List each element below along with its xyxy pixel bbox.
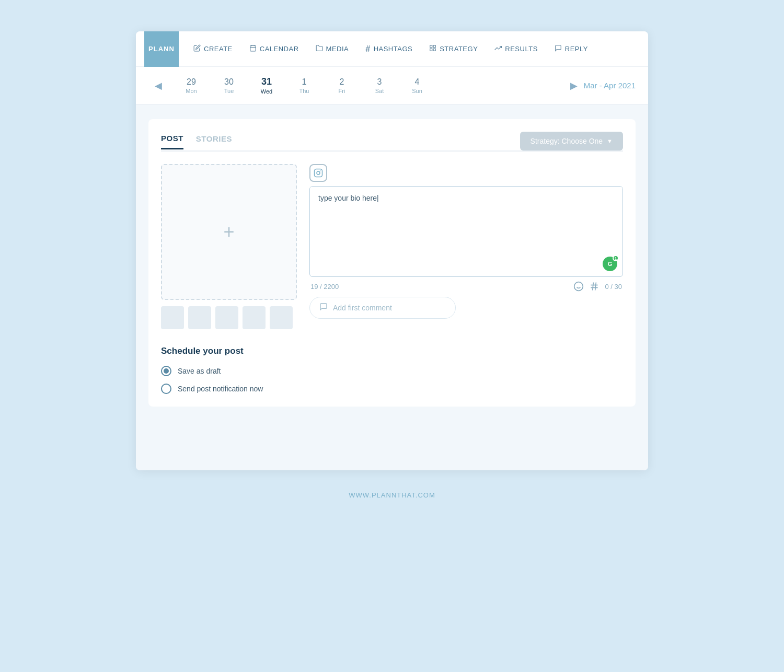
thumbnail-5[interactable]: [270, 306, 293, 329]
next-arrow[interactable]: ▶: [564, 78, 584, 94]
nav-item-reply[interactable]: REPLY: [548, 40, 594, 57]
svg-point-10: [320, 170, 321, 171]
calendar-day-2[interactable]: 31 Wed: [248, 74, 285, 97]
upload-drop-zone[interactable]: +: [161, 164, 297, 300]
nav-item-media[interactable]: MEDIA: [309, 40, 355, 57]
strategy-dropdown-wrap: Strategy: Choose One ▼: [520, 132, 623, 150]
hashtag-count: 0 / 30: [605, 283, 622, 291]
radio-inner-draft: [164, 368, 169, 374]
calendar-bar: ◀ 29 Mon 30 Tue 31 Wed 1 Thu 2 Fri: [136, 67, 648, 105]
radio-save-draft[interactable]: Save as draft: [161, 366, 623, 376]
schedule-title: Schedule your post: [161, 346, 623, 356]
add-comment-button[interactable]: Add first comment: [309, 297, 456, 319]
calendar-day-1[interactable]: 30 Tue: [210, 75, 248, 96]
thumbnail-4[interactable]: [243, 306, 266, 329]
image-upload-area: +: [161, 164, 297, 329]
radio-circle-notify: [161, 384, 171, 394]
footer-text: WWW.PLANNTHAT.COM: [349, 491, 435, 499]
radio-label-draft: Save as draft: [178, 367, 221, 375]
create-icon: [193, 44, 201, 53]
svg-point-9: [317, 171, 320, 175]
add-media-icon: +: [223, 223, 234, 241]
main-content: POST STORIES Strategy: Choose One ▼ +: [136, 105, 648, 470]
svg-rect-6: [430, 49, 432, 51]
media-icon: [316, 44, 323, 53]
grammarly-button[interactable]: G 1: [603, 257, 617, 271]
nav-bar: PLANN CREATE CALENDAR MEDIA: [136, 31, 648, 67]
prev-arrow[interactable]: ◀: [148, 78, 168, 94]
nav-item-results[interactable]: RESULTS: [488, 40, 544, 57]
strategy-icon: [429, 44, 436, 53]
calendar-icon: [249, 44, 257, 53]
thumbnail-row: [161, 306, 297, 329]
instagram-icon[interactable]: [309, 164, 327, 182]
comment-icon: [319, 303, 328, 313]
reply-icon: [555, 44, 562, 53]
hashtag-icon: #: [365, 44, 370, 54]
char-count-row: 19 / 2200: [309, 281, 623, 292]
nav-item-hashtags[interactable]: # HASHTAGS: [359, 40, 419, 58]
instagram-icon-wrap: [309, 164, 623, 182]
radio-label-notify: Send post notification now: [178, 385, 263, 393]
nav-item-strategy[interactable]: STRATEGY: [423, 40, 484, 57]
svg-line-17: [595, 283, 596, 291]
calendar-day-4[interactable]: 2 Fri: [323, 75, 361, 96]
content-card: POST STORIES Strategy: Choose One ▼ +: [148, 119, 636, 407]
radio-send-notification[interactable]: Send post notification now: [161, 384, 623, 394]
svg-rect-0: [250, 45, 256, 51]
calendar-day-6[interactable]: 4 Sun: [398, 75, 436, 96]
emoji-button[interactable]: [573, 281, 584, 292]
nav-items: CREATE CALENDAR MEDIA # HASHTAGS: [187, 40, 640, 58]
calendar-range: Mar - Apr 2021: [584, 81, 636, 90]
svg-rect-5: [433, 45, 435, 48]
tabs-row: POST STORIES Strategy: Choose One ▼: [161, 132, 623, 152]
chevron-down-icon: ▼: [607, 138, 613, 144]
svg-rect-8: [315, 169, 322, 177]
thumbnail-1[interactable]: [161, 306, 184, 329]
post-layout: +: [161, 164, 623, 329]
calendar-day-3[interactable]: 1 Thu: [285, 75, 323, 96]
svg-rect-7: [433, 49, 435, 51]
thumbnail-3[interactable]: [215, 306, 238, 329]
calendar-day-5[interactable]: 3 Sat: [361, 75, 398, 96]
thumbnail-2[interactable]: [188, 306, 211, 329]
nav-item-create[interactable]: CREATE: [187, 40, 239, 57]
tab-post[interactable]: POST: [161, 134, 183, 149]
right-tools: 0 / 30: [573, 281, 622, 292]
calendar-day-0[interactable]: 29 Mon: [172, 75, 210, 96]
schedule-section: Schedule your post Save as draft Send po…: [161, 346, 623, 394]
caption-textarea-wrap: type your bio here| G 1: [309, 186, 623, 277]
grammarly-wrap: G 1: [603, 257, 617, 271]
strategy-button[interactable]: Strategy: Choose One ▼: [520, 132, 623, 150]
svg-rect-4: [430, 45, 432, 48]
caption-input[interactable]: type your bio here|: [310, 187, 622, 274]
hashtag-button[interactable]: [589, 281, 599, 292]
radio-circle-draft: [161, 366, 171, 376]
svg-line-16: [593, 283, 594, 291]
calendar-days: 29 Mon 30 Tue 31 Wed 1 Thu 2 Fri 3 Sat: [172, 74, 564, 97]
logo[interactable]: PLANN: [144, 31, 179, 67]
results-icon: [494, 44, 502, 53]
tab-stories[interactable]: STORIES: [196, 134, 232, 148]
comment-placeholder: Add first comment: [333, 304, 392, 312]
svg-point-11: [574, 282, 583, 291]
radio-group: Save as draft Send post notification now: [161, 366, 623, 394]
caption-area: type your bio here| G 1 19 / 2200: [309, 164, 623, 329]
nav-item-calendar[interactable]: CALENDAR: [243, 40, 305, 57]
char-count: 19 / 2200: [310, 283, 339, 291]
page-footer: WWW.PLANNTHAT.COM: [349, 491, 435, 509]
